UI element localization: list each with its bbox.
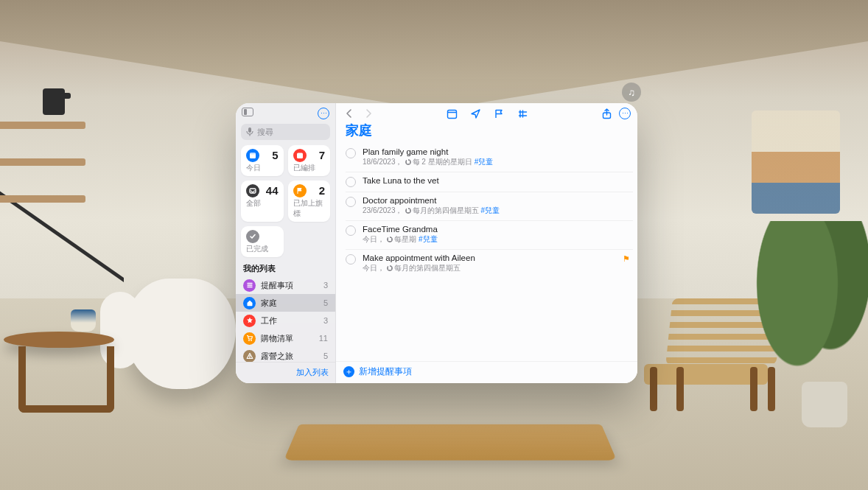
reminder-item[interactable]: Plan family game night18/6/2023，每 2 星期的星… bbox=[346, 144, 633, 172]
reminder-item[interactable]: Doctor appointment23/6/2023，每月的第四個星期五 #兒… bbox=[346, 192, 633, 221]
list-count: 3 bbox=[323, 316, 328, 325]
smart-today-count: 5 bbox=[272, 149, 278, 161]
smart-today[interactable]: 5 今日 bbox=[241, 145, 284, 176]
toolbar: ⋯ bbox=[336, 103, 637, 122]
reminder-tag[interactable]: #兒童 bbox=[419, 234, 438, 245]
list-name: 購物清單 bbox=[261, 333, 314, 344]
reminder-subtitle: 今日，每星期 #兒童 bbox=[363, 234, 633, 245]
reminder-title: Take Luna to the vet bbox=[363, 176, 633, 185]
calendar-today-icon bbox=[246, 149, 259, 162]
reminder-item[interactable]: FaceTime Grandma今日，每星期 #兒童 bbox=[346, 221, 633, 250]
toolbar-location-button[interactable] bbox=[469, 107, 483, 120]
search-placeholder: 搜尋 bbox=[257, 127, 273, 138]
cart-icon bbox=[243, 332, 256, 345]
sidebar-toggle-icon[interactable] bbox=[242, 108, 253, 116]
checkmark-icon bbox=[246, 230, 259, 243]
toolbar-flag-button[interactable] bbox=[493, 107, 506, 120]
complete-toggle[interactable] bbox=[346, 254, 356, 265]
smart-flagged[interactable]: 2 已加上旗標 bbox=[288, 181, 331, 222]
toolbar-more-button[interactable]: ⋯ bbox=[619, 108, 631, 119]
smart-scheduled-label: 已編排 bbox=[293, 163, 326, 173]
new-reminder-label: 新增提醒事項 bbox=[359, 366, 412, 377]
flag-icon: ⚑ bbox=[623, 254, 630, 273]
reminder-item[interactable]: Take Luna to the vet bbox=[346, 172, 633, 192]
smart-all[interactable]: 44 全部 bbox=[241, 181, 284, 222]
list-name: 提醒事項 bbox=[261, 280, 318, 291]
calendar-icon bbox=[293, 149, 307, 162]
reminder-subtitle: 今日，每月的第四個星期五 bbox=[363, 263, 616, 273]
list-row[interactable]: 提醒事項3 bbox=[236, 276, 335, 294]
environment-audio-button[interactable]: ♫ bbox=[622, 83, 641, 102]
reminder-subtitle: 18/6/2023，每 2 星期的星期日 #兒童 bbox=[363, 157, 633, 167]
list-count: 3 bbox=[323, 281, 328, 290]
new-reminder-button[interactable]: ＋ 新增提醒事項 bbox=[336, 361, 637, 383]
smart-today-label: 今日 bbox=[246, 163, 279, 173]
smart-scheduled[interactable]: 7 已編排 bbox=[288, 145, 331, 176]
svg-rect-0 bbox=[248, 127, 251, 133]
reminder-title: Doctor appointment bbox=[363, 196, 633, 205]
svg-rect-8 bbox=[448, 110, 457, 118]
reminder-item[interactable]: Make appointment with Aileen今日，每月的第四個星期五… bbox=[346, 250, 633, 278]
list-name: 工作 bbox=[261, 315, 318, 326]
list-name: 露營之旅 bbox=[261, 351, 318, 362]
toolbar-calendar-button[interactable] bbox=[446, 107, 459, 120]
svg-rect-3 bbox=[250, 153, 256, 155]
reminder-title: Plan family game night bbox=[363, 147, 633, 156]
reminders-window: ⋯ 搜尋 5 今日 7 已編排 bbox=[236, 103, 637, 383]
list-row[interactable]: 工作3 bbox=[236, 312, 335, 329]
smart-completed-label: 已完成 bbox=[246, 244, 279, 254]
main-panel: ⋯ 家庭 Plan family game night18/6/2023，每 2… bbox=[336, 103, 637, 383]
svg-point-6 bbox=[248, 340, 250, 341]
reminder-tag[interactable]: #兒童 bbox=[481, 206, 500, 216]
smart-flagged-count: 2 bbox=[319, 184, 325, 197]
complete-toggle[interactable] bbox=[346, 148, 356, 158]
list-row[interactable]: 露營之旅5 bbox=[236, 347, 335, 362]
tray-icon bbox=[246, 184, 259, 197]
complete-toggle[interactable] bbox=[346, 225, 356, 236]
reminder-tag[interactable]: #兒童 bbox=[475, 157, 494, 167]
list-row[interactable]: 購物清單11 bbox=[236, 329, 335, 347]
star-icon bbox=[243, 315, 256, 327]
svg-rect-4 bbox=[297, 153, 303, 159]
list-title: 家庭 bbox=[336, 122, 637, 144]
list-count: 5 bbox=[323, 351, 328, 360]
toolbar-share-button[interactable] bbox=[600, 107, 613, 120]
mic-icon bbox=[246, 127, 253, 136]
flag-icon bbox=[293, 184, 307, 197]
sidebar: ⋯ 搜尋 5 今日 7 已編排 bbox=[236, 103, 336, 383]
svg-point-7 bbox=[251, 340, 252, 341]
list-name: 家庭 bbox=[261, 298, 318, 309]
toolbar-tag-button[interactable] bbox=[517, 107, 530, 120]
sidebar-more-button[interactable]: ⋯ bbox=[318, 108, 329, 119]
reminder-title: FaceTime Grandma bbox=[363, 225, 633, 234]
music-note-icon: ♫ bbox=[628, 87, 635, 98]
list-count: 5 bbox=[323, 298, 328, 307]
list-icon bbox=[243, 279, 256, 292]
add-list-button[interactable]: 加入列表 bbox=[296, 368, 329, 377]
my-lists-heading: 我的列表 bbox=[236, 257, 335, 276]
smart-scheduled-count: 7 bbox=[319, 149, 325, 161]
reminder-title: Make appointment with Aileen bbox=[363, 253, 616, 262]
home-icon bbox=[243, 297, 256, 309]
toolbar-back-button[interactable] bbox=[343, 107, 356, 120]
search-input[interactable]: 搜尋 bbox=[241, 124, 330, 140]
reminders-items: Plan family game night18/6/2023，每 2 星期的星… bbox=[336, 144, 637, 361]
list-count: 11 bbox=[319, 334, 328, 343]
list-row[interactable]: 家庭5 bbox=[236, 294, 335, 312]
smart-all-count: 44 bbox=[266, 184, 279, 197]
smart-all-label: 全部 bbox=[246, 198, 279, 209]
toolbar-forward-button[interactable] bbox=[362, 107, 375, 120]
tent-icon bbox=[243, 350, 256, 363]
plus-icon: ＋ bbox=[343, 366, 354, 377]
lists-container: 提醒事項3家庭5工作3購物清單11露營之旅5讀書會5 bbox=[236, 276, 335, 362]
smart-completed[interactable]: 已完成 bbox=[241, 226, 284, 257]
smart-lists: 5 今日 7 已編排 44 全部 bbox=[236, 145, 335, 257]
reminder-subtitle: 23/6/2023，每月的第四個星期五 #兒童 bbox=[363, 206, 633, 216]
complete-toggle[interactable] bbox=[346, 197, 356, 207]
smart-flagged-label: 已加上旗標 bbox=[293, 198, 326, 219]
complete-toggle[interactable] bbox=[346, 177, 356, 187]
